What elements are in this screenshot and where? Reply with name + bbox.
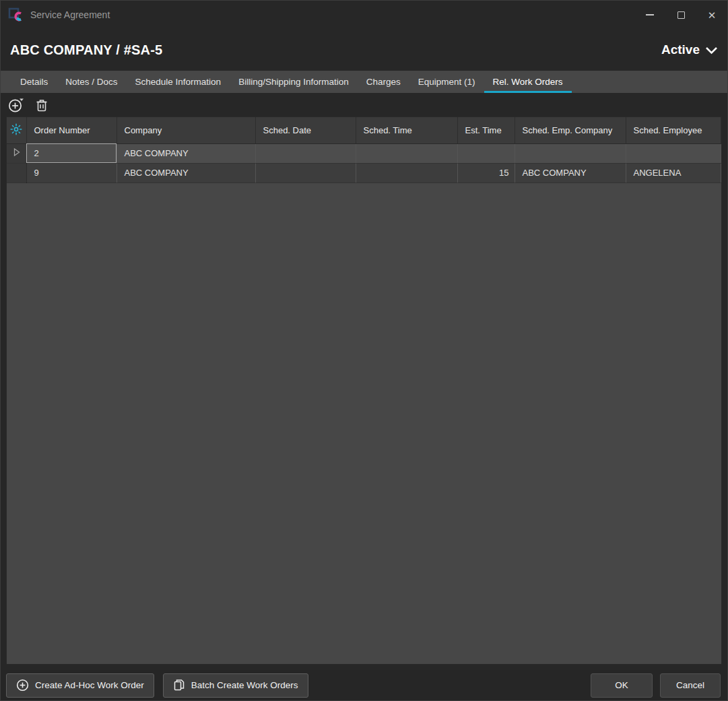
create-adhoc-work-order-label: Create Ad-Hoc Work Order — [35, 680, 144, 690]
grid-toolbar — [1, 93, 727, 116]
cell-sched-employee[interactable]: ANGELENA — [626, 163, 721, 182]
status-dropdown[interactable]: Active — [661, 42, 718, 57]
footer-bar: Create Ad-Hoc Work Order Batch Create Wo… — [1, 670, 727, 700]
cell-company[interactable]: ABC COMPANY — [117, 163, 255, 182]
trash-icon — [34, 98, 49, 112]
cell-sched-emp-company[interactable] — [515, 143, 626, 163]
tab-rel-work-orders[interactable]: Rel. Work Orders — [484, 71, 572, 93]
close-icon: ✕ — [708, 10, 717, 20]
circle-plus-icon — [7, 96, 25, 114]
cell-est-time[interactable] — [457, 143, 515, 163]
tab-schedule-information[interactable]: Schedule Information — [127, 71, 230, 93]
record-title: ABC COMPANY / #SA-5 — [10, 42, 162, 58]
maximize-icon — [677, 11, 685, 19]
column-header-est-time[interactable]: Est. Time — [457, 117, 515, 143]
cell-sched-time[interactable] — [356, 163, 457, 182]
title-bar: Service Agreement ✕ — [1, 1, 727, 29]
cell-company[interactable]: ABC COMPANY — [117, 143, 255, 163]
column-header-sched-employee[interactable]: Sched. Employee — [626, 117, 721, 143]
maximize-button[interactable] — [665, 1, 696, 29]
tab-notes-docs[interactable]: Notes / Docs — [57, 71, 126, 93]
close-button[interactable]: ✕ — [696, 1, 727, 29]
work-orders-grid: Order Number Company Sched. Date Sched. … — [6, 116, 722, 665]
chevron-down-icon — [705, 46, 718, 55]
create-adhoc-work-order-button[interactable]: Create Ad-Hoc Work Order — [6, 673, 154, 698]
tab-details[interactable]: Details — [11, 71, 57, 93]
column-header-order-number[interactable]: Order Number — [26, 117, 117, 143]
record-header: ABC COMPANY / #SA-5 Active — [1, 29, 727, 71]
delete-work-order-button[interactable] — [33, 96, 51, 114]
column-header-sched-date[interactable]: Sched. Date — [255, 117, 356, 143]
table-row[interactable]: 9 ABC COMPANY 15 ABC COMPANY ANGELENA — [7, 163, 721, 182]
minimize-button[interactable] — [634, 1, 665, 29]
tab-equipment[interactable]: Equipment (1) — [409, 71, 484, 93]
batch-create-work-orders-button[interactable]: Batch Create Work Orders — [163, 673, 308, 698]
table-row[interactable]: 2 ABC COMPANY — [7, 143, 721, 163]
tab-strip: Details Notes / Docs Schedule Informatio… — [1, 71, 727, 93]
cell-sched-date[interactable] — [255, 143, 356, 163]
service-agreement-window: Service Agreement ✕ ABC COMPANY / #SA-5 … — [0, 0, 728, 701]
ok-button[interactable]: OK — [591, 673, 653, 698]
customization-sun-icon — [10, 123, 22, 135]
status-value: Active — [661, 42, 700, 57]
cell-sched-emp-company[interactable]: ABC COMPANY — [515, 163, 626, 182]
tab-billing-shipping-information[interactable]: Billing/Shipping Information — [230, 71, 358, 93]
tab-charges[interactable]: Charges — [358, 71, 409, 93]
copy-pages-icon — [173, 679, 185, 692]
add-work-order-button[interactable] — [7, 96, 25, 114]
row-indicator-cell[interactable] — [7, 163, 26, 182]
cell-sched-employee[interactable] — [626, 143, 721, 163]
column-header-sched-emp-company[interactable]: Sched. Emp. Company — [515, 117, 626, 143]
minimize-icon — [646, 14, 654, 15]
cell-sched-time[interactable] — [356, 143, 457, 163]
cell-order-number[interactable]: 2 — [26, 143, 117, 163]
column-header-company[interactable]: Company — [117, 117, 255, 143]
app-logo-icon — [8, 7, 24, 23]
cancel-label: Cancel — [676, 680, 704, 690]
grid-header-row: Order Number Company Sched. Date Sched. … — [7, 117, 721, 143]
grid-customization-button[interactable] — [7, 117, 26, 143]
cell-est-time[interactable]: 15 — [457, 163, 515, 182]
window-title: Service Agreement — [30, 9, 110, 20]
column-header-sched-time[interactable]: Sched. Time — [356, 117, 457, 143]
cell-order-number[interactable]: 9 — [26, 163, 117, 182]
circle-plus-icon — [16, 679, 29, 692]
cancel-button[interactable]: Cancel — [660, 673, 721, 698]
cell-sched-date[interactable] — [255, 163, 356, 182]
row-indicator-cell[interactable] — [7, 143, 26, 163]
focused-row-arrow-icon — [12, 147, 21, 157]
batch-create-work-orders-label: Batch Create Work Orders — [191, 680, 298, 690]
ok-label: OK — [615, 680, 628, 690]
